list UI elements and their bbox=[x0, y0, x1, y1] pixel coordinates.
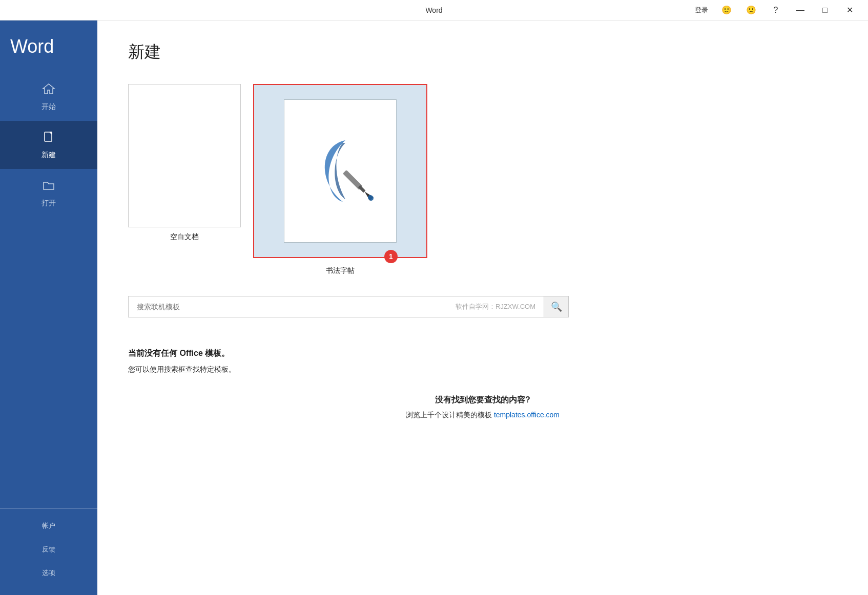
templates-row: 空白文档 bbox=[128, 84, 837, 275]
template-calligraphy-card[interactable]: 1 bbox=[253, 84, 427, 258]
search-icon: 🔍 bbox=[551, 301, 562, 312]
sidebar-item-open-label: 打开 bbox=[42, 199, 56, 208]
happy-smiley-icon: 🙂 bbox=[721, 5, 732, 15]
help-button[interactable]: ? bbox=[766, 0, 786, 20]
main-content: 新建 空白文档 bbox=[97, 20, 868, 595]
sidebar-nav: 开始 新建 打开 bbox=[0, 73, 97, 503]
sidebar-title: Word bbox=[0, 31, 97, 73]
sidebar: Word 开始 新建 bbox=[0, 20, 97, 595]
open-icon bbox=[42, 178, 56, 196]
sidebar-item-new[interactable]: 新建 bbox=[0, 121, 97, 169]
search-watermark: 软件自学网：RJZXW.COM bbox=[447, 302, 544, 311]
search-input[interactable] bbox=[129, 298, 447, 316]
sidebar-item-home-label: 开始 bbox=[42, 102, 56, 112]
templates-office-link[interactable]: templates.office.com bbox=[494, 411, 560, 419]
sidebar-item-new-label: 新建 bbox=[42, 151, 56, 160]
template-calligraphy[interactable]: 1 书法字帖 bbox=[253, 84, 427, 275]
no-found-desc: 浏览上千个设计精美的模板 templates.office.com bbox=[128, 411, 837, 420]
template-blank-card[interactable] bbox=[128, 84, 241, 227]
maximize-button[interactable]: □ bbox=[815, 0, 835, 20]
template-inner-card bbox=[284, 99, 397, 243]
template-blank[interactable]: 空白文档 bbox=[128, 84, 241, 242]
template-blank-label: 空白文档 bbox=[170, 232, 199, 242]
search-button[interactable]: 🔍 bbox=[544, 296, 568, 317]
sidebar-item-feedback[interactable]: 反馈 bbox=[0, 538, 97, 561]
page-title: 新建 bbox=[128, 41, 837, 63]
no-templates-section: 当前没有任何 Office 模板。 您可以使用搜索框查找特定模板。 没有找到您要… bbox=[128, 338, 837, 430]
sidebar-bottom-divider bbox=[0, 508, 97, 509]
sidebar-item-options[interactable]: 选项 bbox=[0, 561, 97, 585]
template-badge: 1 bbox=[384, 250, 398, 263]
no-templates-desc: 您可以使用搜索框查找特定模板。 bbox=[128, 365, 837, 374]
close-button[interactable]: ✕ bbox=[839, 0, 860, 20]
sidebar-item-account[interactable]: 帐户 bbox=[0, 514, 97, 538]
sidebar-item-options-label: 选项 bbox=[42, 568, 55, 578]
login-button[interactable]: 登录 bbox=[691, 6, 712, 15]
sidebar-item-feedback-label: 反馈 bbox=[42, 545, 55, 554]
sidebar-item-open[interactable]: 打开 bbox=[0, 169, 97, 217]
sad-smiley-icon: 🙁 bbox=[746, 5, 756, 15]
sad-smiley-button[interactable]: 🙁 bbox=[741, 0, 761, 20]
title-bar: Word 登录 🙂 🙁 ? — □ ✕ bbox=[0, 0, 868, 20]
minimize-button[interactable]: — bbox=[790, 0, 811, 20]
new-doc-icon bbox=[42, 130, 56, 147]
sidebar-item-account-label: 帐户 bbox=[42, 521, 55, 530]
template-calligraphy-label: 书法字帖 bbox=[326, 266, 355, 275]
happy-smiley-button[interactable]: 🙂 bbox=[716, 0, 737, 20]
home-icon bbox=[42, 82, 56, 99]
search-bar: 软件自学网：RJZXW.COM 🔍 bbox=[128, 296, 569, 317]
app-body: Word 开始 新建 bbox=[0, 20, 868, 595]
sidebar-item-home[interactable]: 开始 bbox=[0, 73, 97, 121]
no-templates-title: 当前没有任何 Office 模板。 bbox=[128, 348, 837, 359]
no-found-title: 没有找到您要查找的内容? bbox=[128, 395, 837, 406]
title-bar-title: Word bbox=[425, 6, 442, 14]
